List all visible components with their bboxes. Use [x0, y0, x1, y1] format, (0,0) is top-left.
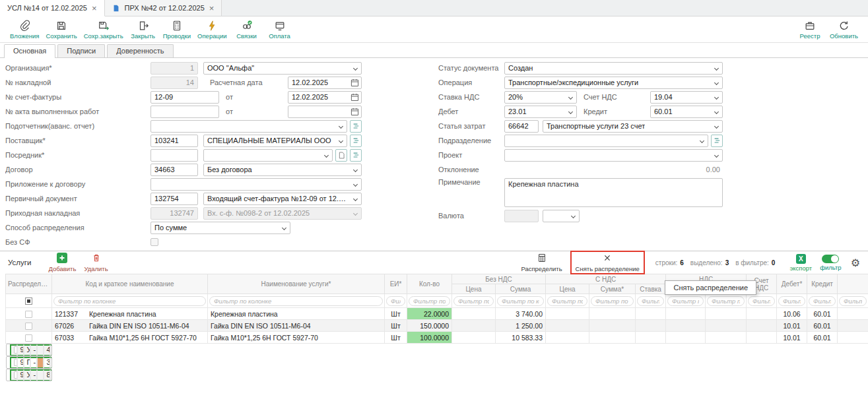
- cell-service-name[interactable]: Услуга по организации доставки (экспедир…: [24, 369, 30, 381]
- hierarchy-picker-button[interactable]: [350, 135, 362, 147]
- cell-extra[interactable]: [838, 320, 868, 332]
- filter-input[interactable]: [591, 296, 634, 306]
- col-header-name[interactable]: Наименование услуги*: [208, 274, 385, 294]
- cell-qty[interactable]: [37, 357, 44, 369]
- cell-sum-no-vat[interactable]: 333.33: [50, 357, 52, 369]
- cell-distributed[interactable]: [6, 320, 52, 332]
- contract-annex-select[interactable]: [150, 178, 362, 191]
- select-all-checkbox[interactable]: [25, 297, 32, 305]
- cell-vat-1[interactable]: [666, 320, 706, 332]
- operations-button[interactable]: Операции: [194, 20, 230, 40]
- note-textarea[interactable]: Крепежная пластина: [504, 178, 723, 207]
- cell-qty[interactable]: [37, 369, 44, 381]
- cell-sum-no-vat[interactable]: 3 740.00: [496, 308, 546, 320]
- cell-qty[interactable]: 22.0000: [407, 308, 452, 320]
- cell-service-name[interactable]: Упаковка груза в картонную коробку: [24, 344, 30, 356]
- postings-button[interactable]: Проводки: [160, 20, 194, 40]
- debit-select[interactable]: 23.01: [504, 106, 577, 118]
- filter-input[interactable]: [547, 296, 587, 306]
- hierarchy-picker-button[interactable]: [711, 135, 723, 147]
- cell-service-name[interactable]: Гайка DIN EN ISO 10511-М6-04: [208, 320, 385, 332]
- cell-vat-account[interactable]: [747, 308, 777, 320]
- filter-input[interactable]: [839, 296, 867, 306]
- cell-qty[interactable]: 150.0000: [407, 320, 452, 332]
- window-tab-usl[interactable]: УСЛ №14 от 12.02.2025 ×: [0, 0, 105, 16]
- cell-extra[interactable]: [838, 332, 868, 344]
- act-date-field[interactable]: [288, 106, 362, 118]
- col-header-credit[interactable]: Кредит: [807, 274, 838, 294]
- calendar-icon[interactable]: [351, 108, 359, 117]
- tab-power-of-attorney[interactable]: Доверенность: [107, 44, 173, 57]
- filter-input[interactable]: [453, 296, 494, 306]
- cell-sum-no-vat[interactable]: 1 250.00: [496, 320, 546, 332]
- cell-vat-sum[interactable]: [706, 308, 747, 320]
- add-row-button[interactable]: Добавить: [44, 252, 80, 273]
- cell-distributed[interactable]: [10, 369, 17, 381]
- calc-date-field[interactable]: 12.02.2025: [288, 77, 362, 89]
- primary-document-code-field[interactable]: 132754: [150, 193, 198, 205]
- filter-input[interactable]: [778, 296, 805, 306]
- filter-input[interactable]: [707, 296, 745, 306]
- cell-price-no-vat[interactable]: [452, 320, 496, 332]
- row-checkbox[interactable]: [25, 311, 32, 318]
- mediator-select[interactable]: [203, 149, 333, 162]
- cell-sum-no-vat[interactable]: 416.67: [50, 344, 52, 356]
- cell-sum-vat[interactable]: [589, 320, 636, 332]
- cell-price-vat[interactable]: [546, 320, 589, 332]
- cell-code[interactable]: 99222Услуга по организации доставки (экс…: [17, 369, 24, 381]
- table-row[interactable]: 67033Гайка М10*1,25 6Н ГОСТ 5927-70Гайка…: [6, 332, 868, 344]
- col-header-distributed[interactable]: Распределено: [6, 274, 52, 294]
- cell-credit[interactable]: 60.01: [807, 320, 838, 332]
- col-header-code[interactable]: Код и краткое наименование: [52, 274, 208, 294]
- cell-vat-account[interactable]: [747, 320, 777, 332]
- refresh-button[interactable]: Обновить: [826, 20, 861, 40]
- col-header-price-vat[interactable]: Цена: [546, 284, 589, 294]
- vat-account-select[interactable]: 19.04: [650, 91, 723, 104]
- currency-select[interactable]: [543, 210, 580, 222]
- filter-input[interactable]: [209, 296, 383, 306]
- col-header-rate[interactable]: Ставка: [636, 284, 666, 294]
- mediator-code-field[interactable]: [150, 149, 198, 162]
- cell-vat-sum[interactable]: [706, 320, 747, 332]
- cell-unit[interactable]: -: [30, 344, 37, 356]
- cell-service-name[interactable]: Крепежная пластина: [208, 308, 385, 320]
- table-row[interactable]: 99200Подготовка груза к отправке автотра…: [6, 356, 52, 369]
- calendar-icon[interactable]: [351, 78, 359, 88]
- incoming-invoice-code-field[interactable]: 132747: [150, 207, 198, 220]
- organization-code-field[interactable]: 1: [150, 62, 198, 75]
- save-close-button[interactable]: Сохр.закрыть: [81, 20, 127, 40]
- window-tab-prh[interactable]: ПРХ №42 от 12.02.2025 ×: [105, 0, 222, 16]
- vat-rate-select[interactable]: 20%: [504, 91, 577, 104]
- status-select[interactable]: Создан: [504, 62, 723, 75]
- links-button[interactable]: Связки: [230, 20, 263, 40]
- filter-toggle[interactable]: фильтр: [816, 254, 846, 272]
- cell-price-no-vat[interactable]: [452, 332, 496, 344]
- project-select[interactable]: [504, 149, 723, 162]
- payment-button[interactable]: Оплата: [263, 20, 296, 40]
- cell-sum-vat[interactable]: [589, 332, 636, 344]
- cell-unit[interactable]: -: [30, 357, 37, 369]
- cell-qty[interactable]: 100.0000: [407, 332, 452, 344]
- cell-sum-no-vat[interactable]: 10 583.33: [496, 332, 546, 344]
- no-sf-checkbox[interactable]: [150, 238, 158, 246]
- cell-distributed[interactable]: [10, 357, 17, 369]
- filter-input[interactable]: [637, 296, 664, 306]
- cell-debit[interactable]: 10.01: [777, 332, 807, 344]
- table-row[interactable]: 99220Упаковка груза в картонную коробкуУ…: [6, 344, 52, 356]
- currency-code-field[interactable]: [504, 210, 539, 222]
- cell-vat-rate[interactable]: [636, 320, 666, 332]
- tab-main[interactable]: Основная: [4, 44, 55, 58]
- cell-price-no-vat[interactable]: 416.67: [44, 344, 50, 356]
- cell-vat-account[interactable]: [747, 332, 777, 344]
- col-header-sum-no-vat[interactable]: Сумма: [496, 284, 546, 294]
- save-button[interactable]: Сохранить: [43, 20, 81, 40]
- undistribute-button[interactable]: Снять распределение: [570, 251, 645, 274]
- cell-unit[interactable]: Шт: [385, 308, 407, 320]
- row-checkbox[interactable]: [25, 334, 32, 342]
- table-row[interactable]: 67026Гайка DIN EN ISO 10511-М6-04Гайка D…: [6, 320, 868, 332]
- col-header-price-no-vat[interactable]: Цена: [452, 284, 496, 294]
- contract-select[interactable]: Без договора: [203, 164, 362, 176]
- col-header-qty[interactable]: Кол-во: [407, 274, 452, 294]
- filter-input[interactable]: [748, 296, 775, 306]
- organization-select[interactable]: ООО "Альфа": [203, 62, 362, 75]
